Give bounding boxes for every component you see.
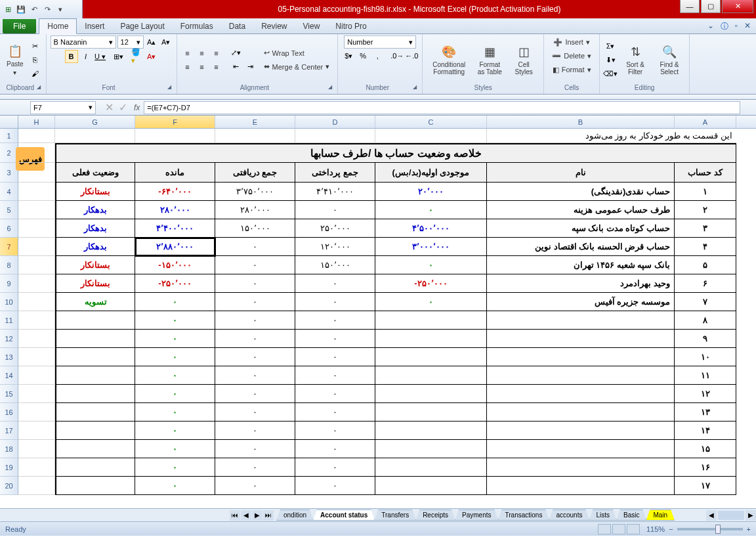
tab-review[interactable]: Review	[253, 19, 295, 33]
spreadsheet-grid[interactable]: فهرس H G F E D C B A 1 این قسمت به طور خ…	[0, 116, 756, 508]
sheet-tab[interactable]: Main	[646, 509, 675, 521]
table-title[interactable]: خلاصه وضعیت حساب ها /طرف حسابها	[55, 143, 736, 163]
cell-status[interactable]	[55, 385, 135, 403]
cell-paid[interactable]: ۱۵۰٬۰۰۰	[295, 256, 375, 274]
header-paid[interactable]: جمع پرداختی	[295, 163, 375, 183]
formula-input[interactable]: =(E7+C7)-D7	[144, 101, 740, 114]
percent-format-icon[interactable]: %	[356, 49, 369, 62]
cell-balance[interactable]: ۴٬۴۰۰٬۰۰۰	[135, 219, 215, 238]
cell-name[interactable]	[487, 477, 675, 495]
cell-balance[interactable]: ۱۵۰٬۰۰۰-	[135, 256, 215, 274]
cell-paid[interactable]: ۰	[295, 366, 375, 385]
alignment-launcher-icon[interactable]: ◢	[328, 84, 333, 90]
row-header[interactable]: 15	[0, 385, 18, 403]
cell[interactable]	[18, 219, 55, 238]
paste-button[interactable]: 📋Paste▾	[4, 42, 26, 77]
cell-paid[interactable]: ۰	[295, 311, 375, 330]
cell-balance[interactable]: ۰	[135, 330, 215, 348]
cell-initial[interactable]: ۰	[375, 201, 487, 219]
align-right-icon[interactable]: ≡	[210, 60, 223, 74]
cell-balance[interactable]: ۲۸۰٬۰۰۰	[135, 201, 215, 219]
cell-initial[interactable]	[375, 366, 487, 385]
sheet-nav-next-icon[interactable]: ▶	[252, 510, 262, 521]
cell-initial[interactable]	[375, 330, 487, 348]
maximize-button[interactable]: ▢	[701, 0, 721, 13]
cell-status[interactable]: بدهکار	[55, 238, 135, 256]
cell-name[interactable]	[487, 348, 675, 366]
page-layout-view-icon[interactable]	[612, 524, 625, 534]
cell-received[interactable]: ۰	[215, 403, 295, 422]
row-header[interactable]: 17	[0, 422, 18, 440]
cell[interactable]	[18, 274, 55, 293]
confirm-formula-icon[interactable]: ✓	[116, 101, 130, 114]
font-launcher-icon[interactable]: ◢	[167, 84, 173, 90]
row-header[interactable]: 18	[0, 440, 18, 458]
cell-code[interactable]: ۴	[675, 238, 736, 256]
tab-file[interactable]: File	[3, 19, 36, 33]
cell-code[interactable]: ۱۰	[675, 348, 736, 366]
cell-balance[interactable]: ۰	[135, 477, 215, 495]
cell-name[interactable]: موسسه جزیره آفیس	[487, 293, 675, 311]
minimize-ribbon-icon[interactable]: ⌄	[707, 21, 714, 32]
cell-initial[interactable]: ۲۵۰٬۰۰۰-	[375, 274, 487, 293]
col-header-C[interactable]: C	[375, 116, 487, 128]
insert-cells-button[interactable]: ➕Insert ▾	[549, 35, 594, 49]
clear-icon[interactable]: ⌫▾	[604, 67, 617, 80]
cell-received[interactable]: ۰	[215, 330, 295, 348]
cell-paid[interactable]: ۰	[295, 477, 375, 495]
cell-name[interactable]: بانک سپه شعبه ۱۴۵۶ تهران	[487, 256, 675, 274]
row-header[interactable]: 4	[0, 183, 18, 201]
cell[interactable]	[18, 422, 55, 440]
close-workbook-icon[interactable]: ✕	[744, 21, 751, 32]
cell-paid[interactable]: ۰	[295, 440, 375, 458]
cell-balance[interactable]: ۶۴۰٬۰۰۰-	[135, 183, 215, 201]
cell-received[interactable]: ۰	[215, 422, 295, 440]
cell-code[interactable]: ۱۶	[675, 458, 736, 477]
border-button[interactable]: ⊞▾	[112, 50, 125, 63]
tab-view[interactable]: View	[295, 19, 328, 33]
row-header[interactable]: 9	[0, 274, 18, 293]
copy-icon[interactable]: ⎘	[29, 53, 42, 66]
fill-color-button[interactable]: 🪣▾	[131, 50, 144, 63]
redo-icon[interactable]: ↷	[42, 4, 52, 14]
decrease-decimal-icon[interactable]: ←.0	[405, 49, 418, 62]
cell-received[interactable]: ۰	[215, 477, 295, 495]
select-all-corner[interactable]	[0, 116, 18, 128]
cell-code[interactable]: ۹	[675, 330, 736, 348]
col-header-A[interactable]: A	[675, 116, 736, 128]
cell[interactable]	[18, 163, 55, 183]
row-header[interactable]: 12	[0, 330, 18, 348]
cell-received[interactable]: ۲۸۰٬۰۰۰	[215, 201, 295, 219]
cell[interactable]	[215, 129, 295, 143]
cell-status[interactable]	[55, 330, 135, 348]
align-left-icon[interactable]: ≡	[181, 60, 194, 74]
cell[interactable]	[18, 458, 55, 477]
find-select-button[interactable]: 🔍Find & Select	[654, 43, 685, 77]
accounting-format-icon[interactable]: $▾	[342, 49, 355, 62]
cell-name[interactable]: حساب نقدی(نقدینگی)	[487, 183, 675, 201]
col-header-H[interactable]: H	[18, 116, 55, 128]
tab-formulas[interactable]: Formulas	[173, 19, 221, 33]
cell-name[interactable]: حساب قرض الحسنه بانک اقتصاد نوین	[487, 238, 675, 256]
cell-code[interactable]: ۶	[675, 274, 736, 293]
number-launcher-icon[interactable]: ◢	[413, 84, 418, 90]
cell-name[interactable]	[487, 422, 675, 440]
sheet-tab[interactable]: Transactions	[498, 509, 550, 521]
cell-received[interactable]: ۰	[215, 274, 295, 293]
underline-button[interactable]: U ▾	[94, 50, 107, 63]
cell-initial[interactable]: ۳٬۰۰۰٬۰۰۰	[375, 238, 487, 256]
delete-cells-button[interactable]: ➖Delete ▾	[548, 49, 595, 62]
cell-balance[interactable]: ۰	[135, 348, 215, 366]
cell-status[interactable]	[55, 477, 135, 495]
sheet-nav-last-icon[interactable]: ⏭	[263, 510, 274, 521]
row-header[interactable]: 16	[0, 403, 18, 422]
wrap-text-button[interactable]: ↩Wrap Text	[260, 47, 334, 60]
cell-name[interactable]: وحید بهرادمرد	[487, 274, 675, 293]
zoom-level[interactable]: 115%	[646, 525, 665, 533]
header-initial[interactable]: موجودی اولیه(بد/بس)	[375, 163, 487, 183]
sheet-tab[interactable]: Payments	[455, 509, 498, 521]
cell-status[interactable]	[55, 458, 135, 477]
cell-paid[interactable]: ۰	[295, 201, 375, 219]
tab-nitro[interactable]: Nitro Pro	[327, 19, 374, 33]
cell-paid[interactable]: ۴٬۴۱۰٬۰۰۰	[295, 183, 375, 201]
